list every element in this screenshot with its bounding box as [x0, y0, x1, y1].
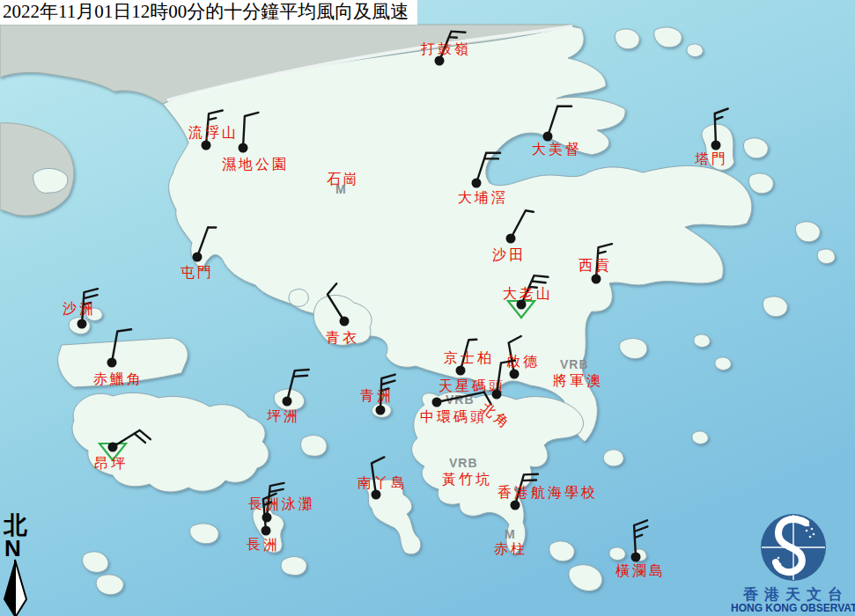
station-status-m: M: [335, 182, 347, 196]
islet-top-3: [687, 44, 703, 57]
station-dot: [711, 141, 721, 150]
station-label: 昂坪: [94, 456, 128, 471]
hko-logo: 香港天文台 HONG KONG OBSERVATORY: [731, 510, 855, 614]
station-label: 將軍澳: [553, 373, 603, 388]
hko-logo-english: HONG KONG OBSERVATORY: [731, 603, 855, 614]
station-dot: [543, 132, 553, 142]
station-dot: [592, 275, 601, 284]
map-title: 2022年11月01日12時00分的十分鐘平均風向及風速: [0, 0, 417, 25]
islet-cwb-1: [694, 334, 710, 348]
islet-cwb-3: [692, 431, 708, 444]
station-status-vrb: VRB: [560, 357, 589, 371]
island-shek-kwu-chau: [281, 557, 306, 576]
station-dot: [510, 370, 520, 379]
station-status-m: M: [505, 527, 516, 541]
station-label: 塔門: [695, 151, 728, 166]
islet-beaufort: [609, 547, 625, 561]
station-dot: [435, 56, 445, 66]
island-hei-ling-chau: [301, 436, 327, 457]
islet-cwb-2: [715, 357, 731, 370]
station-label: 屯門: [181, 265, 214, 280]
station-dot: [239, 143, 248, 153]
station-dot: [340, 317, 350, 326]
station-label: 打鼓嶺: [420, 41, 471, 56]
compass-hanzi: 北: [4, 514, 32, 538]
station-dot: [376, 406, 386, 415]
station-dot: [517, 300, 527, 310]
islet-mirs-2: [817, 249, 835, 264]
station-dot: [193, 253, 203, 262]
station-dot: [511, 501, 520, 510]
station-dot: [107, 358, 117, 368]
station-label: 赤柱: [494, 541, 527, 556]
station-label: 大老山: [503, 286, 553, 301]
station-dot: [492, 390, 502, 400]
station-label: 坪洲: [267, 408, 300, 423]
station-dot: [262, 526, 271, 536]
station-label: 橫瀾島: [615, 563, 666, 578]
station-label: 香港航海學校: [498, 485, 598, 500]
station-label: 赤鱲角: [93, 371, 144, 386]
station-label: 青衣: [326, 330, 359, 345]
station-label: 青洲: [360, 388, 394, 403]
compass-needle-icon: [2, 559, 28, 616]
hko-logo-chinese: 香港天文台: [737, 587, 855, 603]
station-label: 沙田: [492, 247, 526, 262]
station-dot: [77, 319, 87, 329]
compass-letter: N: [4, 538, 32, 559]
map-title-text: 2022年11月01日12時00分的十分鐘平均風向及風速: [3, 1, 409, 22]
island-ma-wan: [289, 290, 308, 307]
station-dot: [506, 234, 516, 244]
station-dot: [108, 443, 118, 452]
station-label: 黃竹坑: [442, 472, 492, 487]
station-dot: [283, 397, 292, 407]
station-label: 流浮山: [188, 125, 239, 140]
station-label: 京士柏: [444, 350, 494, 365]
islet-cwb-4: [603, 450, 623, 466]
station-label: 濕地公園: [222, 157, 289, 172]
station-label: 大埔滘: [458, 190, 508, 205]
compass-north: 北 N: [2, 514, 32, 616]
station-status-vrb: VRB: [449, 456, 478, 470]
station-label: 大美督: [532, 142, 582, 157]
station-label: 中環碼頭: [420, 409, 487, 424]
islet-deep-bay: [33, 168, 68, 193]
station-dot: [432, 398, 442, 407]
hong-kong-map: 打鼓嶺流浮山濕地公園石崗M屯門沙洲赤鱲角昂坪青衣坪洲青洲京士柏啟德天星碼頭VRB…: [0, 0, 855, 616]
wind-map: 打鼓嶺流浮山濕地公園石崗M屯門沙洲赤鱲角昂坪青衣坪洲青洲京士柏啟德天星碼頭VRB…: [0, 0, 855, 616]
station-dot: [202, 141, 211, 150]
hko-logo-icon: [755, 510, 831, 585]
station-label: 南丫島: [357, 475, 408, 490]
station-dot: [456, 366, 466, 376]
island-soko-2: [96, 575, 123, 595]
station-label: 長洲泳灘: [248, 496, 315, 511]
station-dot: [262, 513, 272, 523]
station-label: 長洲: [247, 537, 280, 552]
station-dot: [372, 490, 381, 500]
station-dot: [472, 179, 482, 188]
station-label: 西貢: [579, 258, 612, 274]
station-label: 沙洲: [63, 301, 96, 316]
station-dot: [631, 553, 641, 562]
